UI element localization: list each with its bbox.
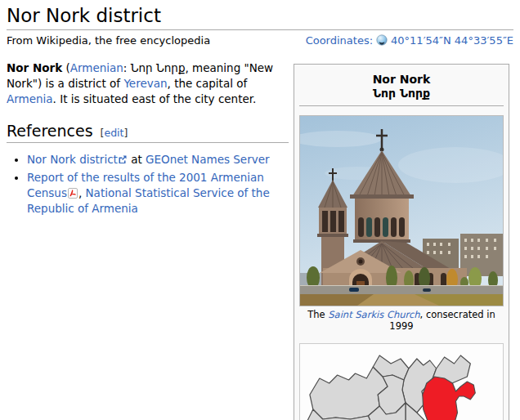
armenia-link[interactable]: Armenia xyxy=(7,92,53,105)
edit-section: [edit] xyxy=(101,127,128,139)
page-title: Nor Nork district xyxy=(7,0,513,30)
article-body: Nor Nork (Armenian: Նոր Նորք, meaning "N… xyxy=(7,60,289,217)
globe-icon[interactable] xyxy=(376,34,388,46)
reference-item: Nor Nork district at GEOnet Names Server xyxy=(27,152,289,168)
references-list: Nor Nork district at GEOnet Names Server… xyxy=(7,152,289,217)
edit-link[interactable]: edit xyxy=(104,127,123,139)
infobox: Nor Nork Նոր Նորք xyxy=(294,64,509,420)
reference-item: Report of the results of the 2001 Armeni… xyxy=(27,170,289,217)
coordinates-value-link[interactable]: 40°11′54″N 44°33′55″E xyxy=(391,34,513,47)
intro-term: Nor Nork xyxy=(7,61,62,74)
photo-caption: The Saint Sarkis Church, consecrated in … xyxy=(299,306,504,335)
infobox-title-en: Nor Nork xyxy=(299,73,504,87)
yerevan-link[interactable]: Yerevan xyxy=(123,77,167,90)
pdf-icon[interactable] xyxy=(68,185,78,201)
nor-nork-district-ext-link[interactable]: Nor Nork district xyxy=(27,153,118,166)
infobox-title: Nor Nork Նոր Նորք xyxy=(299,69,504,106)
site-tagline: From Wikipedia, the free encyclopedia xyxy=(7,34,210,47)
saint-sarkis-church-link[interactable]: Saint Sarkis Church xyxy=(328,309,419,320)
district-map[interactable] xyxy=(299,338,504,420)
intro-paragraph: Nor Nork (Armenian: Նոր Նորք, meaning "N… xyxy=(7,60,289,107)
infobox-title-armenian: Նոր Նորք xyxy=(299,87,504,101)
external-link-icon[interactable] xyxy=(119,152,127,168)
geonet-names-server-link[interactable]: GEOnet Names Server xyxy=(146,153,270,166)
church-photo[interactable] xyxy=(299,109,504,306)
armenian-language-link[interactable]: Armenian xyxy=(70,61,123,74)
coordinates-label-link[interactable]: Coordinates: xyxy=(306,34,373,47)
references-heading: References[edit] xyxy=(7,122,289,143)
coordinates: Coordinates: 40°11′54″N 44°33′55″E xyxy=(306,34,513,47)
byline-row: From Wikipedia, the free encyclopedia Co… xyxy=(7,34,513,47)
